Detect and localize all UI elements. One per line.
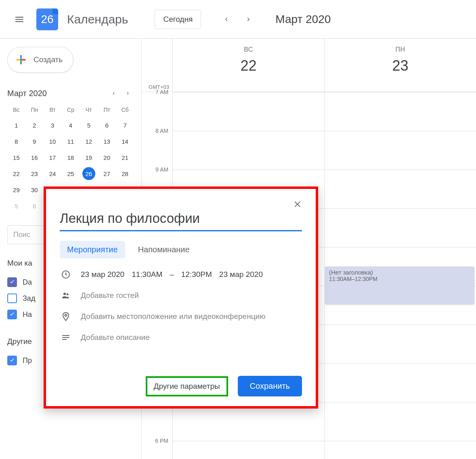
mini-day-cell[interactable]: 28	[116, 166, 134, 182]
mini-calendar-dow-row: ВсПнВтСрЧтПтСб	[7, 104, 134, 117]
time-row[interactable]: 23 мар 2020 11:30AM – 12:30PM 23 мар 202…	[60, 270, 302, 279]
hour-cell[interactable]	[324, 208, 476, 247]
save-button[interactable]: Сохранить	[238, 376, 302, 396]
checkbox[interactable]	[7, 356, 17, 365]
mini-day-cell[interactable]: 18	[62, 149, 80, 166]
guests-row[interactable]: Добавьте гостей	[60, 291, 302, 300]
close-button[interactable]	[290, 196, 306, 212]
app-logo: 26	[36, 8, 58, 30]
hour-label: 7 AM	[142, 89, 172, 128]
current-range: Март 2020	[275, 13, 331, 26]
day-number: 23	[325, 57, 476, 74]
hour-cell[interactable]	[172, 92, 324, 131]
hour-cell[interactable]	[324, 363, 476, 402]
calendar-label: На	[23, 310, 32, 319]
tab-reminder[interactable]: Напоминание	[131, 241, 197, 258]
mini-dow-cell: Сб	[116, 104, 134, 117]
mini-day-cell[interactable]: 20	[98, 149, 116, 166]
prev-period-button[interactable]	[218, 11, 234, 27]
start-date[interactable]: 23 мар 2020	[81, 270, 124, 279]
location-placeholder: Добавить местоположение или видеоконфере…	[81, 312, 265, 321]
hour-cell[interactable]	[324, 441, 476, 459]
event-title-input[interactable]	[60, 207, 302, 231]
mini-day-cell[interactable]: 14	[116, 133, 134, 149]
mini-day-cell[interactable]: 23	[25, 166, 44, 182]
guests-placeholder: Добавьте гостей	[81, 291, 139, 300]
mini-day-cell[interactable]: 13	[98, 133, 116, 149]
tab-event[interactable]: Мероприятие	[60, 241, 125, 258]
hour-label: 6 PM	[142, 438, 172, 459]
description-row[interactable]: Добавьте описание	[60, 333, 302, 342]
chevron-right-icon	[125, 90, 131, 96]
mini-day-cell[interactable]: 12	[80, 133, 98, 149]
mini-day-cell[interactable]: 22	[7, 166, 25, 182]
hour-row: 7 AM	[142, 92, 476, 131]
mini-calendar-title: Март 2020	[7, 89, 47, 98]
mini-day-cell[interactable]: 19	[80, 149, 98, 166]
hour-cell[interactable]	[324, 131, 476, 170]
nav-arrows	[218, 11, 257, 27]
mini-day-cell[interactable]: 3	[44, 117, 62, 133]
checkbox[interactable]	[7, 277, 17, 287]
svg-rect-0	[20, 59, 22, 61]
day-column-head[interactable]: ВС 22	[172, 39, 324, 92]
next-period-button[interactable]	[241, 11, 257, 27]
start-time[interactable]: 11:30AM	[132, 270, 162, 279]
mini-day-cell[interactable]: 10	[44, 133, 62, 149]
mini-day-cell[interactable]: 15	[7, 149, 25, 166]
menu-button[interactable]	[10, 10, 29, 29]
today-button[interactable]: Сегодня	[155, 10, 201, 29]
svg-point-2	[63, 293, 66, 295]
time-dash: –	[170, 270, 174, 279]
mini-day-cell[interactable]: 7	[116, 117, 134, 133]
mini-day-cell[interactable]: 26	[80, 166, 98, 182]
hour-cell[interactable]	[172, 131, 324, 170]
mini-next-button[interactable]	[122, 87, 134, 99]
hour-cell[interactable]	[324, 170, 476, 208]
mini-day-cell[interactable]: 25	[62, 166, 80, 182]
mini-day-cell[interactable]: 5	[80, 117, 98, 133]
mini-day-cell[interactable]: 24	[44, 166, 62, 182]
plus-icon	[14, 53, 28, 67]
mini-day-cell[interactable]: 6	[98, 117, 116, 133]
checkbox[interactable]	[7, 310, 17, 319]
mini-day-cell[interactable]: 30	[25, 182, 44, 198]
location-row[interactable]: Добавить местоположение или видеоконфере…	[60, 312, 302, 321]
end-date[interactable]: 23 мар 2020	[219, 270, 263, 279]
mini-dow-cell: Пт	[98, 104, 116, 117]
mini-day-cell[interactable]: 4	[62, 117, 80, 133]
end-time[interactable]: 12:30PM	[181, 270, 212, 279]
more-options-button[interactable]: Другие параметры	[146, 376, 228, 396]
dow-label: ВС	[173, 46, 324, 53]
mini-day-cell[interactable]: 9	[25, 133, 44, 149]
event-title: (Нет заголовка)	[329, 269, 470, 276]
mini-day-cell[interactable]: 21	[116, 149, 134, 166]
event-chip[interactable]: (Нет заголовка) 11:30AM–12:30PM	[325, 266, 474, 304]
mini-dow-cell: Вт	[44, 104, 62, 117]
calendar-label: Зад	[23, 294, 35, 303]
mini-day-cell[interactable]: 5	[7, 198, 25, 214]
create-button[interactable]: Создать	[7, 47, 73, 73]
mini-day-cell[interactable]: 29	[7, 182, 25, 198]
mini-day-cell[interactable]: 27	[98, 166, 116, 182]
mini-day-cell[interactable]: 8	[7, 133, 25, 149]
hour-cell[interactable]	[324, 325, 476, 363]
mini-day-cell[interactable]: 2	[25, 117, 44, 133]
chevron-left-icon	[111, 90, 116, 96]
event-time: 11:30AM–12:30PM	[329, 276, 470, 282]
mini-day-cell[interactable]: 16	[25, 149, 44, 166]
mini-day-cell[interactable]: 11	[62, 133, 80, 149]
dow-label: ПН	[325, 46, 476, 53]
mini-day-cell[interactable]: 17	[44, 149, 62, 166]
event-editor-popup: Мероприятие Напоминание 23 мар 2020 11:3…	[44, 187, 318, 409]
hour-row: 8 AM	[142, 131, 476, 170]
mini-day-cell[interactable]: 6	[25, 198, 44, 214]
day-column-head[interactable]: ПН 23	[324, 39, 476, 92]
hour-cell[interactable]	[172, 441, 324, 459]
mini-prev-button[interactable]	[107, 87, 120, 99]
mini-day-cell[interactable]: 1	[7, 117, 25, 133]
close-icon	[294, 200, 302, 209]
checkbox[interactable]	[7, 293, 17, 303]
hour-cell[interactable]	[324, 402, 476, 441]
hour-cell[interactable]	[324, 92, 476, 131]
